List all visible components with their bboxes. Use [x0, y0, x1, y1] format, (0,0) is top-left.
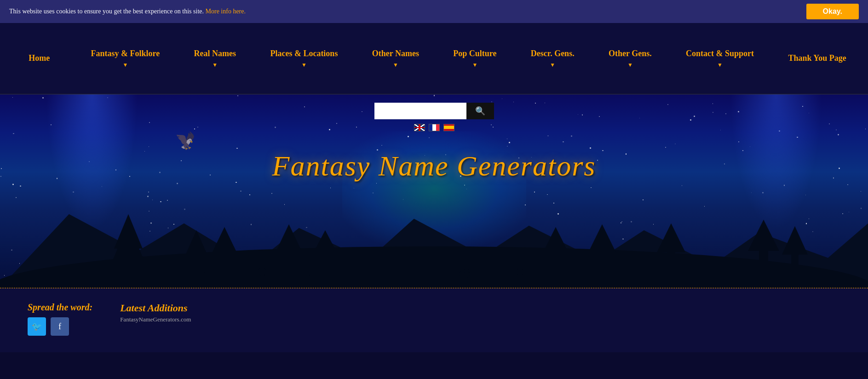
- svg-rect-26: [259, 276, 265, 284]
- nav-home-label: Home: [29, 52, 50, 64]
- glow-left: [46, 94, 138, 230]
- nav-real-names-arrow: ▼: [212, 61, 218, 69]
- flag-spanish[interactable]: [443, 124, 454, 131]
- svg-marker-0: [0, 214, 868, 288]
- latest-additions-title: Latest Additions: [120, 302, 840, 314]
- svg-point-25: [259, 267, 266, 276]
- hero-title: Fantasy Name Generators: [272, 150, 596, 182]
- svg-rect-15: [598, 246, 606, 283]
- nav-contact-support-arrow: ▼: [717, 61, 723, 69]
- svg-marker-20: [748, 220, 779, 251]
- spread-word-title: Spread the word:: [28, 302, 92, 313]
- language-flags: [414, 124, 454, 131]
- search-icon: 🔍: [475, 106, 485, 116]
- nav-fantasy-folklore[interactable]: Fantasy & Folklore ▼: [86, 23, 166, 94]
- nav-pop-culture[interactable]: Pop Culture ▼: [448, 23, 502, 94]
- svg-rect-34: [531, 271, 536, 284]
- nav-other-names-label: Other Names: [372, 48, 419, 59]
- svg-point-30: [464, 268, 469, 273]
- nav-fantasy-folklore-arrow: ▼: [122, 61, 128, 69]
- nav-contact-support[interactable]: Contact & Support ▼: [680, 23, 759, 94]
- aurora-effect: [342, 131, 526, 246]
- social-icons-row: 🐦 f: [28, 317, 92, 336]
- latest-additions-section: Latest Additions FantasyNameGenerators.c…: [120, 302, 840, 338]
- twitter-icon[interactable]: 🐦: [28, 317, 46, 336]
- svg-marker-14: [542, 227, 569, 255]
- spread-word-section: Spread the word: 🐦 f: [28, 302, 92, 338]
- nav-descr-gens[interactable]: Descr. Gens. ▼: [525, 23, 580, 94]
- hero-section: 🔍 Fantasy Name Generators 🦅: [0, 94, 868, 288]
- nav-other-gens[interactable]: Other Gens. ▼: [603, 23, 657, 94]
- svg-point-27: [297, 273, 310, 280]
- svg-rect-13: [552, 249, 559, 283]
- cookie-more-info-link[interactable]: More info here.: [206, 8, 246, 15]
- landscape-silhouette: [0, 187, 868, 288]
- cookie-banner: This website uses cookies to ensure you …: [0, 0, 868, 23]
- stars-background: [0, 94, 868, 288]
- svg-marker-6: [183, 230, 210, 260]
- nav-real-names[interactable]: Real Names ▼: [189, 23, 241, 94]
- svg-marker-8: [211, 227, 238, 256]
- latest-additions-subtitle: FantasyNameGenerators.com: [120, 316, 840, 323]
- nav-places-locations-label: Places & Locations: [270, 48, 338, 59]
- svg-rect-17: [667, 245, 675, 284]
- glow-right: [730, 94, 822, 230]
- nav-fantasy-folklore-label: Fantasy & Folklore: [91, 48, 160, 59]
- svg-rect-5: [193, 251, 200, 283]
- svg-point-33: [530, 263, 537, 271]
- cookie-ok-button[interactable]: Okay.: [806, 4, 859, 19]
- svg-marker-22: [782, 226, 808, 255]
- flag-french[interactable]: [429, 124, 440, 131]
- nav-pop-culture-arrow: ▼: [472, 61, 477, 69]
- nav-descr-gens-arrow: ▼: [550, 61, 555, 69]
- svg-rect-21: [791, 247, 799, 284]
- nav-thank-you-page[interactable]: Thank You Page: [782, 23, 851, 94]
- flag-english[interactable]: [414, 124, 425, 131]
- nav-other-names-arrow: ▼: [393, 61, 398, 69]
- svg-rect-24: [206, 279, 208, 285]
- svg-marker-12: [312, 230, 339, 256]
- svg-rect-11: [322, 251, 328, 283]
- search-area: 🔍: [374, 103, 494, 119]
- svg-marker-10: [275, 224, 303, 253]
- nav-places-locations-arrow: ▼: [301, 61, 307, 69]
- facebook-icon[interactable]: f: [51, 317, 69, 336]
- cookie-message-text: This website uses cookies to ensure you …: [9, 8, 204, 15]
- svg-marker-3: [113, 223, 144, 260]
- svg-marker-4: [114, 214, 143, 249]
- svg-rect-9: [285, 246, 293, 283]
- nav-other-gens-arrow: ▼: [627, 61, 633, 69]
- svg-point-31: [517, 268, 523, 276]
- svg-point-1: [0, 246, 868, 288]
- search-button[interactable]: 🔍: [466, 103, 494, 119]
- cookie-message: This website uses cookies to ensure you …: [9, 8, 806, 15]
- svg-point-23: [204, 271, 210, 279]
- nav-contact-support-label: Contact & Support: [686, 48, 754, 59]
- svg-point-28: [303, 271, 310, 277]
- svg-rect-7: [221, 249, 228, 283]
- svg-marker-18: [657, 223, 685, 252]
- svg-marker-16: [588, 224, 616, 253]
- search-input[interactable]: [374, 103, 466, 119]
- nav-thank-you-page-label: Thank You Page: [788, 52, 846, 64]
- main-nav: Home Fantasy & Folklore ▼ Real Names ▼ P…: [0, 23, 868, 94]
- nav-other-names[interactable]: Other Names ▼: [367, 23, 425, 94]
- svg-rect-32: [518, 276, 522, 283]
- nav-pop-culture-label: Pop Culture: [453, 48, 496, 59]
- nav-other-gens-label: Other Gens.: [609, 48, 652, 59]
- svg-rect-2: [124, 246, 132, 283]
- nav-places-locations[interactable]: Places & Locations ▼: [264, 23, 343, 94]
- nav-real-names-label: Real Names: [194, 48, 236, 59]
- svg-point-29: [459, 270, 470, 278]
- bottom-section: Spread the word: 🐦 f Latest Additions Fa…: [0, 288, 868, 352]
- nav-home[interactable]: Home: [16, 23, 62, 94]
- svg-rect-19: [759, 244, 768, 284]
- svg-rect-35: [0, 281, 868, 288]
- dragon-silhouette: 🦅: [175, 131, 195, 151]
- nav-descr-gens-label: Descr. Gens.: [531, 48, 575, 59]
